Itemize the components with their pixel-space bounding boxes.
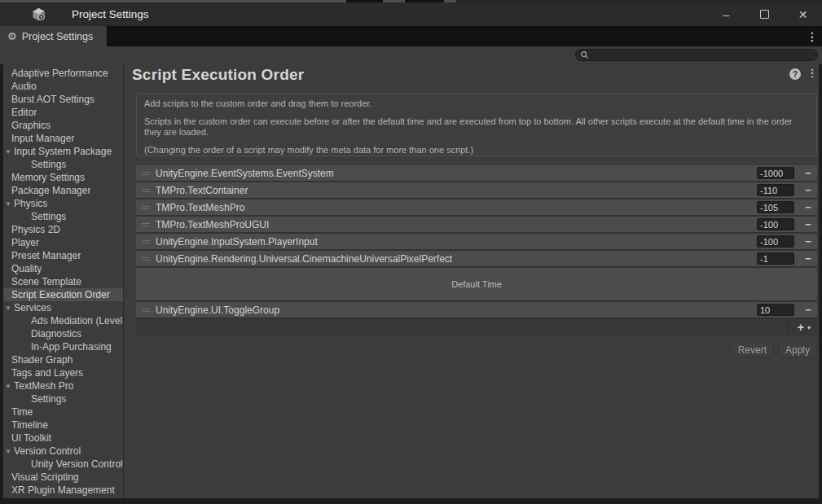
sidebar-item-time[interactable]: Time	[3, 405, 123, 419]
maximize-button[interactable]	[745, 2, 784, 26]
sidebar-item-visual-scripting[interactable]: Visual Scripting	[3, 471, 123, 484]
sidebar-item-memory-settings[interactable]: Memory Settings	[3, 171, 123, 184]
sidebar-item-ui-toolkit[interactable]: UI Toolkit	[3, 432, 123, 445]
sidebar-item-label: Physics	[14, 198, 47, 209]
default-time-row: Default Time	[136, 268, 817, 300]
help-glyph: ?	[793, 70, 798, 79]
sidebar-item-textmesh-pro[interactable]: ▼TextMesh Pro	[3, 379, 123, 392]
remove-script-button[interactable]: −	[801, 234, 815, 249]
search-input[interactable]	[589, 50, 817, 60]
sidebar-item-label: Unity Version Control	[31, 458, 123, 470]
sidebar-item-graphics[interactable]: Graphics	[3, 119, 123, 132]
panel-menu-button[interactable]: ⋮	[807, 67, 818, 80]
sidebar-item-label: Player	[11, 237, 39, 248]
sidebar-item-label: Shader Graph	[11, 354, 73, 366]
help-icon[interactable]: ?	[789, 68, 801, 80]
remove-script-button[interactable]: −	[801, 217, 815, 232]
script-row[interactable]: UnityEngine.EventSystems.EventSystem−	[136, 165, 817, 181]
sidebar-item-scene-template[interactable]: Scene Template	[3, 275, 123, 288]
sidebar-item-in-app-purchasing[interactable]: In-App Purchasing	[3, 340, 123, 353]
apply-button[interactable]: Apply	[778, 343, 817, 357]
remove-script-button[interactable]: −	[801, 302, 815, 318]
script-row[interactable]: TMPro.TextMeshProUGUI−	[136, 217, 817, 232]
sidebar-item-label: Burst AOT Settings	[11, 94, 95, 105]
remove-script-button[interactable]: −	[801, 165, 815, 181]
foldout-triangle-icon[interactable]: ▼	[5, 148, 14, 156]
window-title: Project Settings	[72, 8, 149, 20]
sidebar-item-timeline[interactable]: Timeline	[3, 419, 123, 432]
remove-script-button[interactable]: −	[801, 182, 815, 198]
title-bar: Project Settings – ✕	[0, 2, 822, 26]
drag-handle-icon[interactable]	[142, 256, 150, 262]
minimize-icon: –	[723, 8, 730, 21]
remove-script-button[interactable]: −	[801, 251, 815, 266]
revert-button[interactable]: Revert	[731, 343, 774, 357]
minimize-button[interactable]: –	[707, 2, 745, 26]
sidebar-item-physics-2d[interactable]: Physics 2D	[3, 223, 123, 236]
sidebar-item-label: Diagnostics	[31, 328, 81, 340]
close-button[interactable]: ✕	[784, 2, 822, 26]
sidebar-item-label: Settings	[31, 393, 66, 405]
script-row[interactable]: UnityEngine.Rendering.Universal.Cinemach…	[136, 251, 817, 266]
sidebar-item-quality[interactable]: Quality	[3, 262, 123, 275]
drag-handle-icon[interactable]	[142, 187, 150, 194]
script-row[interactable]: TMPro.TextContainer−	[136, 182, 817, 198]
search-box[interactable]	[575, 49, 818, 61]
foldout-triangle-icon[interactable]: ▼	[5, 383, 14, 390]
execution-order-field[interactable]	[757, 167, 794, 179]
chevron-down-icon: ▾	[807, 324, 811, 331]
sidebar-item-label: Tags and Layers	[11, 367, 83, 379]
list-footer: + ▾	[136, 319, 817, 335]
sidebar-item-settings[interactable]: Settings	[3, 158, 123, 171]
execution-order-field[interactable]	[757, 235, 794, 248]
sidebar-item-label: Version Control	[14, 445, 81, 457]
sidebar-item-burst-aot-settings[interactable]: Burst AOT Settings	[3, 93, 123, 106]
sidebar-item-settings[interactable]: Settings	[3, 210, 123, 223]
sidebar-item-unity-version-control[interactable]: Unity Version Control	[3, 458, 123, 471]
sidebar-item-services[interactable]: ▼Services	[3, 301, 123, 314]
foldout-triangle-icon[interactable]: ▼	[5, 200, 14, 208]
content-panel: Script Execution Order ? ⋮ Add scripts t…	[124, 64, 819, 498]
sidebar-item-diagnostics[interactable]: Diagnostics	[3, 327, 123, 340]
execution-order-field[interactable]	[757, 252, 794, 265]
execution-order-field[interactable]	[757, 201, 794, 213]
sidebar-item-label: TextMesh Pro	[14, 380, 73, 392]
drag-handle-icon[interactable]	[142, 239, 150, 245]
action-buttons: Revert Apply	[124, 343, 817, 357]
execution-order-field[interactable]	[757, 218, 794, 230]
sidebar-item-player[interactable]: Player	[3, 236, 123, 249]
sidebar-item-xr-plugin-management[interactable]: XR Plugin Management	[3, 484, 123, 497]
sidebar-item-version-control[interactable]: ▼Version Control	[3, 445, 123, 458]
foldout-triangle-icon[interactable]: ▼	[5, 448, 14, 455]
sidebar-item-physics[interactable]: ▼Physics	[3, 197, 123, 210]
sidebar-item-input-system-package[interactable]: ▼Input System Package	[3, 145, 123, 158]
sidebar-item-adaptive-performance[interactable]: Adaptive Performance	[3, 67, 123, 80]
drag-handle-icon[interactable]	[142, 221, 150, 228]
sidebar-item-ads-mediation-level[interactable]: Ads Mediation (Level	[3, 314, 123, 327]
drag-handle-icon[interactable]	[142, 307, 150, 313]
sidebar-item-editor[interactable]: Editor	[3, 106, 123, 119]
sidebar-item-shader-graph[interactable]: Shader Graph	[3, 353, 123, 366]
sidebar-item-script-execution-order[interactable]: Script Execution Order	[3, 288, 123, 301]
sidebar-item-audio[interactable]: Audio	[3, 80, 123, 93]
sidebar-item-tags-and-layers[interactable]: Tags and Layers	[3, 366, 123, 379]
sidebar-item-package-manager[interactable]: Package Manager	[3, 184, 123, 197]
sidebar-item-label: Visual Scripting	[11, 471, 79, 483]
kebab-icon: ⋮	[807, 67, 818, 79]
drag-handle-icon[interactable]	[142, 204, 150, 211]
script-row[interactable]: TMPro.TextMeshPro−	[136, 199, 817, 215]
script-row[interactable]: UnityEngine.UI.ToggleGroup−	[136, 302, 817, 318]
execution-order-field[interactable]	[757, 184, 794, 196]
remove-script-button[interactable]: −	[801, 199, 815, 215]
add-script-button[interactable]: + ▾	[789, 319, 817, 335]
sidebar-item-input-manager[interactable]: Input Manager	[3, 132, 123, 145]
tab-menu-button[interactable]: ⋮	[802, 26, 822, 46]
script-row[interactable]: UnityEngine.InputSystem.PlayerInput−	[136, 234, 817, 249]
sidebar-item-label: Quality	[11, 263, 42, 274]
execution-order-field[interactable]	[757, 304, 794, 316]
drag-handle-icon[interactable]	[142, 170, 150, 177]
foldout-triangle-icon[interactable]: ▼	[5, 305, 14, 312]
sidebar-item-preset-manager[interactable]: Preset Manager	[3, 249, 123, 262]
sidebar-item-settings[interactable]: Settings	[3, 392, 123, 405]
tab-project-settings[interactable]: ⚙ Project Settings	[0, 26, 107, 46]
